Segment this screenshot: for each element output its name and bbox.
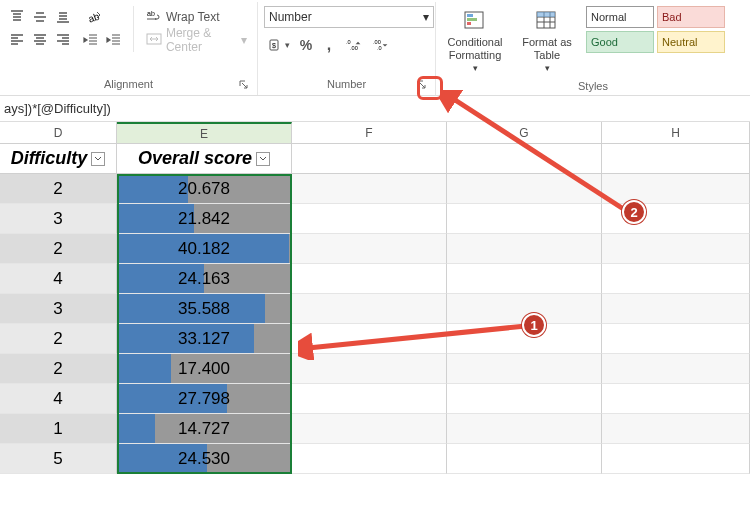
wrap-text-button[interactable]: ab Wrap Text <box>142 6 251 28</box>
column-headers: D E F G H <box>0 122 750 144</box>
align-middle-button[interactable] <box>29 6 51 28</box>
style-bad[interactable]: Bad <box>657 6 725 28</box>
decrease-indent-button[interactable] <box>80 29 102 51</box>
cell-difficulty[interactable]: 2 <box>0 324 117 354</box>
cell-blank[interactable] <box>602 414 750 444</box>
col-header-d[interactable]: D <box>0 122 117 143</box>
col-header-g[interactable]: G <box>447 122 602 143</box>
align-left-button[interactable] <box>6 29 28 51</box>
cell-blank[interactable] <box>447 384 602 414</box>
increase-decimal-button[interactable]: .0.00 <box>341 34 367 56</box>
percent-button[interactable]: % <box>295 34 317 56</box>
indent-orientation-stack: ab <box>80 6 125 51</box>
cell-difficulty[interactable]: 1 <box>0 414 117 444</box>
cell-difficulty[interactable]: 2 <box>0 354 117 384</box>
align-right-button[interactable] <box>52 29 74 51</box>
group-alignment: ab ab Wrap Text Merge & Center ▾ <box>0 2 258 95</box>
cell-overall-score[interactable]: 17.400 <box>117 354 292 384</box>
cell-blank[interactable] <box>602 294 750 324</box>
number-format-value: Number <box>269 10 312 24</box>
cell-blank[interactable] <box>602 144 750 174</box>
col-header-h[interactable]: H <box>602 122 750 143</box>
cell-difficulty[interactable]: 3 <box>0 204 117 234</box>
cell-blank[interactable] <box>447 264 602 294</box>
th-overall-score[interactable]: Overall score <box>117 144 292 174</box>
style-good[interactable]: Good <box>586 31 654 53</box>
cell-blank[interactable] <box>447 234 602 264</box>
cell-styles-gallery[interactable]: Normal Bad Good Neutral <box>586 6 725 53</box>
accounting-format-button[interactable]: $▾ <box>264 34 294 56</box>
chevron-down-icon: ▾ <box>545 62 550 75</box>
cell-blank[interactable] <box>447 144 602 174</box>
worksheet[interactable]: D E F G H Difficulty Overall score 220.6… <box>0 122 750 474</box>
cell-overall-score[interactable]: 40.182 <box>117 234 292 264</box>
cell-blank[interactable] <box>292 444 447 474</box>
cell-blank[interactable] <box>602 324 750 354</box>
cell-blank[interactable] <box>292 324 447 354</box>
number-format-select[interactable]: Number ▾ <box>264 6 434 28</box>
alignment-dialog-launcher[interactable] <box>237 78 251 92</box>
cell-blank[interactable] <box>602 384 750 414</box>
col-header-f[interactable]: F <box>292 122 447 143</box>
cell-blank[interactable] <box>292 354 447 384</box>
cell-difficulty[interactable]: 4 <box>0 384 117 414</box>
table-row: 335.588 <box>0 294 750 324</box>
filter-icon[interactable] <box>91 152 105 166</box>
cell-difficulty[interactable]: 3 <box>0 294 117 324</box>
cell-blank[interactable] <box>292 144 447 174</box>
cell-overall-score[interactable]: 21.842 <box>117 204 292 234</box>
align-top-button[interactable] <box>6 6 28 28</box>
col-header-e[interactable]: E <box>117 122 292 143</box>
cell-blank[interactable] <box>292 174 447 204</box>
cell-blank[interactable] <box>447 354 602 384</box>
chevron-down-icon: ▾ <box>241 33 247 47</box>
cell-difficulty[interactable]: 5 <box>0 444 117 474</box>
wrap-text-icon: ab <box>146 8 162 27</box>
svg-rect-12 <box>467 22 471 25</box>
cell-difficulty[interactable]: 4 <box>0 264 117 294</box>
cell-blank[interactable] <box>602 234 750 264</box>
cell-difficulty[interactable]: 2 <box>0 174 117 204</box>
cell-overall-score[interactable]: 27.798 <box>117 384 292 414</box>
cell-blank[interactable] <box>292 264 447 294</box>
cell-blank[interactable] <box>602 444 750 474</box>
cell-blank[interactable] <box>602 354 750 384</box>
cell-overall-score[interactable]: 20.678 <box>117 174 292 204</box>
format-as-table-button[interactable]: Format as Table ▾ <box>514 6 580 77</box>
cell-overall-score[interactable]: 35.588 <box>117 294 292 324</box>
style-neutral[interactable]: Neutral <box>657 31 725 53</box>
cell-blank[interactable] <box>447 414 602 444</box>
cell-blank[interactable] <box>447 444 602 474</box>
cell-blank[interactable] <box>292 294 447 324</box>
cell-blank[interactable] <box>602 174 750 204</box>
number-dialog-launcher[interactable] <box>415 78 429 92</box>
cell-blank[interactable] <box>292 384 447 414</box>
filter-icon[interactable] <box>256 152 270 166</box>
svg-text:$: $ <box>272 42 276 49</box>
orientation-button[interactable]: ab <box>80 6 108 28</box>
align-center-button[interactable] <box>29 29 51 51</box>
cell-overall-score[interactable]: 33.127 <box>117 324 292 354</box>
cell-blank[interactable] <box>447 174 602 204</box>
cell-blank[interactable] <box>292 204 447 234</box>
cell-overall-score[interactable]: 24.163 <box>117 264 292 294</box>
formula-bar[interactable]: ays])*[@Difficulty]) <box>0 96 750 122</box>
decrease-decimal-button[interactable]: .00.0 <box>368 34 394 56</box>
table-row: 240.182 <box>0 234 750 264</box>
svg-rect-14 <box>537 12 555 17</box>
comma-button[interactable]: , <box>318 34 340 56</box>
conditional-formatting-button[interactable]: Conditional Formatting ▾ <box>442 6 508 77</box>
cell-blank[interactable] <box>292 414 447 444</box>
style-normal[interactable]: Normal <box>586 6 654 28</box>
cell-blank[interactable] <box>292 234 447 264</box>
cell-overall-score[interactable]: 14.727 <box>117 414 292 444</box>
cell-blank[interactable] <box>447 204 602 234</box>
align-bottom-button[interactable] <box>52 6 74 28</box>
format-as-table-label: Format as Table <box>516 36 578 62</box>
increase-indent-button[interactable] <box>103 29 125 51</box>
merge-center-button[interactable]: Merge & Center ▾ <box>142 29 251 51</box>
cell-blank[interactable] <box>602 264 750 294</box>
cell-difficulty[interactable]: 2 <box>0 234 117 264</box>
th-difficulty[interactable]: Difficulty <box>0 144 117 174</box>
cell-overall-score[interactable]: 24.530 <box>117 444 292 474</box>
